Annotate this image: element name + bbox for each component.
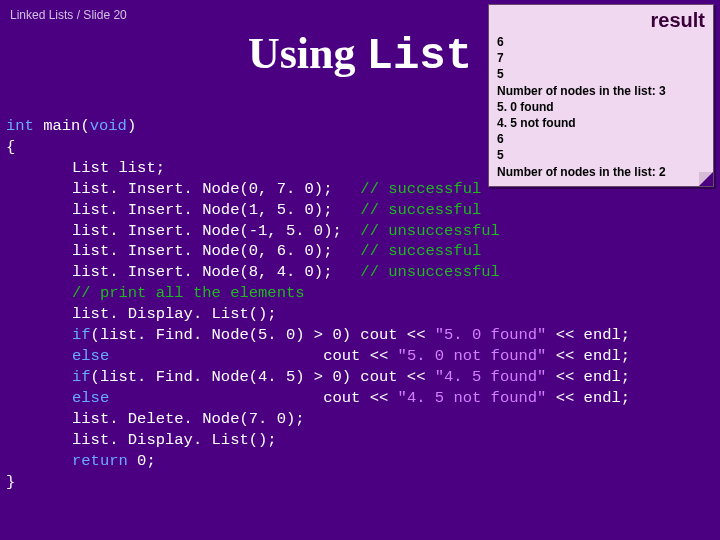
- breadcrumb: Linked Lists / Slide 20: [10, 8, 127, 22]
- result-panel: result 6 7 5 Number of nodes in the list…: [488, 4, 714, 187]
- result-line: 7: [497, 50, 705, 66]
- string-literal: "5. 0 not found": [398, 347, 547, 365]
- string-literal: "5. 0 found": [435, 326, 547, 344]
- result-line: 6: [497, 34, 705, 50]
- code-line: list. Insert. Node(8, 4. 0); // unsucces…: [72, 263, 500, 281]
- code-line: list. Insert. Node(-1, 5. 0); // unsucce…: [72, 222, 500, 240]
- code-text: << endl;: [546, 389, 630, 407]
- code-text: (list. Find. Node(4. 5) > 0) cout <<: [91, 368, 435, 386]
- code-line: list. Insert. Node(1, 5. 0); // successf…: [72, 201, 481, 219]
- keyword: if: [72, 368, 91, 386]
- result-line: Number of nodes in the list: 2: [497, 164, 705, 180]
- keyword: else: [72, 389, 109, 407]
- code-text: 0;: [128, 452, 156, 470]
- keyword: if: [72, 326, 91, 344]
- code-line: if(list. Find. Node(4. 5) > 0) cout << "…: [72, 368, 630, 386]
- code-line: list. Insert. Node(0, 7. 0); // successf…: [72, 180, 481, 198]
- code-text: list. Insert. Node(8, 4. 0);: [72, 263, 360, 281]
- code-text: list. Insert. Node(1, 5. 0);: [72, 201, 360, 219]
- code-text: << endl;: [546, 368, 630, 386]
- code-text: list. Insert. Node(0, 6. 0);: [72, 242, 360, 260]
- result-line: 6: [497, 131, 705, 147]
- code-text: list. Insert. Node(0, 7. 0);: [72, 180, 360, 198]
- result-line: 4. 5 not found: [497, 115, 705, 131]
- code-line: List list;: [72, 159, 165, 177]
- keyword: int: [6, 117, 34, 135]
- page-fold-icon: [699, 172, 713, 186]
- result-line: Number of nodes in the list: 3: [497, 83, 705, 99]
- code-line: list. Delete. Node(7. 0);: [72, 410, 305, 428]
- comment: // successful: [360, 201, 481, 219]
- result-line: 5: [497, 147, 705, 163]
- code-text: (list. Find. Node(5. 0) > 0) cout <<: [91, 326, 435, 344]
- string-literal: "4. 5 not found": [398, 389, 547, 407]
- keyword: void: [90, 117, 127, 135]
- brace: }: [6, 473, 15, 491]
- comment: // unsuccessful: [360, 263, 500, 281]
- code-text: cout <<: [109, 347, 397, 365]
- title-code: List: [366, 31, 472, 81]
- keyword: else: [72, 347, 109, 365]
- code-line: list. Display. List();: [72, 431, 277, 449]
- code-line: else cout << "5. 0 not found" << endl;: [72, 347, 630, 365]
- code-line: list. Insert. Node(0, 6. 0); // successf…: [72, 242, 481, 260]
- brace: {: [6, 138, 15, 156]
- code-text: ): [127, 117, 136, 135]
- comment: // print all the elements: [72, 284, 305, 302]
- result-title: result: [497, 9, 705, 32]
- code-text: cout <<: [109, 389, 397, 407]
- code-text: list. Insert. Node(-1, 5. 0);: [72, 222, 360, 240]
- string-literal: "4. 5 found": [435, 368, 547, 386]
- result-line: 5: [497, 66, 705, 82]
- title-text: Using: [248, 29, 367, 78]
- code-text: main(: [34, 117, 90, 135]
- code-line: else cout << "4. 5 not found" << endl;: [72, 389, 630, 407]
- code-text: << endl;: [546, 326, 630, 344]
- comment: // successful: [360, 180, 481, 198]
- code-line: if(list. Find. Node(5. 0) > 0) cout << "…: [72, 326, 630, 344]
- code-line: return 0;: [72, 452, 156, 470]
- result-line: 5. 0 found: [497, 99, 705, 115]
- code-text: << endl;: [546, 347, 630, 365]
- keyword: return: [72, 452, 128, 470]
- comment: // successful: [360, 242, 481, 260]
- code-line: list. Display. List();: [72, 305, 277, 323]
- comment: // unsuccessful: [360, 222, 500, 240]
